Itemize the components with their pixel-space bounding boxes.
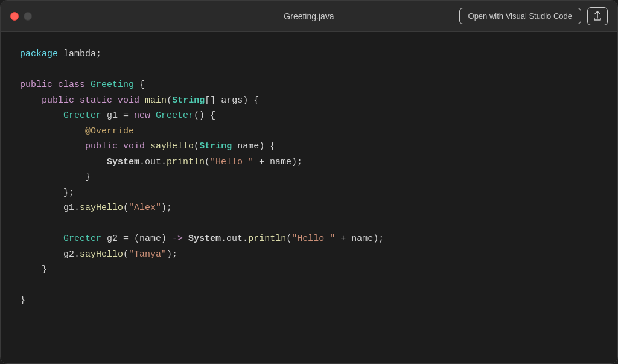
filename-label: Greeting.java — [284, 11, 334, 21]
window-title: Greeting.java — [284, 11, 334, 21]
close-button[interactable] — [10, 12, 19, 21]
code-line-3: public class Greeting { — [20, 77, 598, 93]
titlebar: Greeting.java Open with Visual Studio Co… — [1, 1, 617, 32]
code-line-6: @Override — [20, 124, 598, 139]
code-line-16 — [20, 278, 598, 293]
code-line-14: g2.sayHello("Tanya"); — [20, 247, 598, 263]
share-button[interactable] — [587, 7, 608, 25]
code-line-1: package lambda; — [20, 46, 598, 62]
minimize-button[interactable] — [24, 12, 32, 21]
share-icon — [593, 11, 602, 21]
code-line-12 — [20, 216, 598, 232]
app-window: Greeting.java Open with Visual Studio Co… — [0, 0, 618, 364]
code-line-8: System.out.println("Hello " + name); — [20, 155, 598, 170]
code-line-15: } — [20, 262, 598, 278]
code-line-13: Greeter g2 = (name) -> System.out.printl… — [20, 231, 598, 247]
code-line-2 — [20, 62, 598, 78]
code-line-11: g1.sayHello("Alex"); — [20, 200, 598, 216]
code-line-9: } — [20, 170, 598, 185]
open-vscode-button[interactable]: Open with Visual Studio Code — [459, 8, 581, 24]
code-line-5: Greeter g1 = new Greeter() { — [20, 108, 598, 124]
code-editor: package lambda; public class Greeting { … — [1, 32, 617, 363]
code-line-4: public static void main(String[] args) { — [20, 93, 598, 109]
code-line-7: public void sayHello(String name) { — [20, 139, 598, 155]
code-line-10: }; — [20, 185, 598, 201]
traffic-lights — [10, 12, 32, 21]
code-line-17: } — [20, 293, 598, 308]
titlebar-actions: Open with Visual Studio Code — [459, 7, 608, 25]
